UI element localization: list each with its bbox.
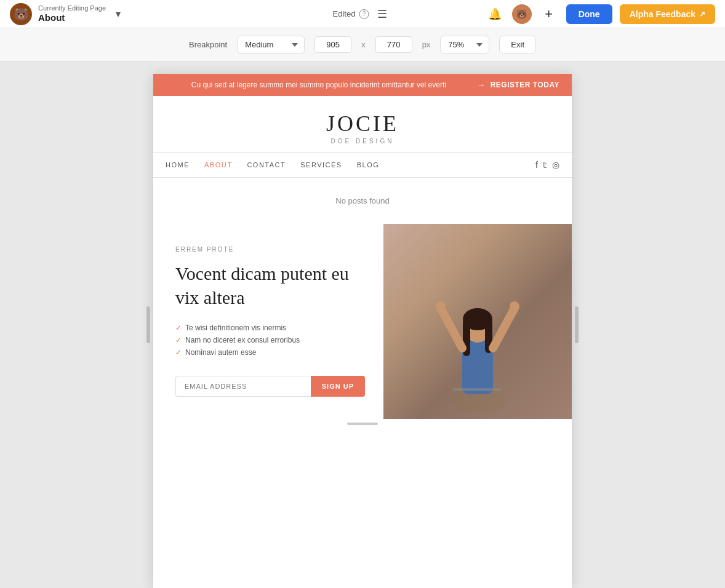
check-icon: ✓ — [175, 324, 182, 332]
nav-link-services[interactable]: SERVICES — [300, 161, 342, 169]
promo-headline: Vocent dicam putent eu vix altera — [175, 261, 365, 309]
x-separator: x — [361, 40, 366, 49]
avatar: 🐻 — [10, 3, 32, 25]
checklist-item-3: Nominavi autem esse — [185, 348, 256, 357]
facebook-icon[interactable]: f — [535, 160, 538, 170]
page-info: Currently Editing Page About — [38, 4, 106, 23]
toolbar: Breakpoint Small Medium Large x px 50% 7… — [0, 28, 725, 62]
promo-image-inner — [383, 224, 572, 419]
info-icon[interactable]: ? — [359, 9, 369, 19]
nav-link-home[interactable]: HOME — [166, 161, 190, 169]
breakpoint-label: Breakpoint — [189, 40, 227, 49]
breakpoint-select[interactable]: Small Medium Large — [237, 36, 305, 54]
alpha-feedback-label: Alpha Feedback — [630, 9, 695, 19]
nav-link-contact[interactable]: CONTACT — [247, 161, 286, 169]
check-icon: ✓ — [175, 336, 182, 344]
exit-button[interactable]: Exit — [499, 36, 536, 54]
twitter-icon[interactable]: 𝕥 — [543, 160, 547, 170]
edited-label: Edited — [333, 9, 356, 18]
site-logo-subtitle: DOE DESIGN — [166, 138, 559, 145]
check-icon: ✓ — [175, 348, 182, 357]
site-nav: HOME ABOUT CONTACT SERVICES BLOG f 𝕥 ◎ — [153, 153, 572, 178]
site-header: JOCIE DOE DESIGN — [153, 96, 572, 153]
top-bar-right: 🔔 🐻 + Done Alpha Feedback ↗ — [485, 4, 715, 24]
website-preview: Cu qui sed at legere summo mei summo pop… — [153, 74, 572, 588]
no-posts-text: No posts found — [335, 196, 389, 205]
promo-image — [383, 224, 572, 419]
checklist-item-1: Te wisi definitionem vis inermis — [185, 324, 286, 332]
list-item: ✓ Nam no diceret ex consul erroribus — [175, 334, 365, 346]
alpha-feedback-button[interactable]: Alpha Feedback ↗ — [620, 4, 715, 24]
nav-link-blog[interactable]: BLOG — [357, 161, 380, 169]
site-logo-name: JOCIE — [166, 111, 559, 137]
canvas-area: Cu qui sed at legere summo mei summo pop… — [0, 62, 725, 588]
svg-rect-10 — [453, 388, 502, 391]
nav-link-about[interactable]: ABOUT — [204, 161, 232, 169]
height-input[interactable] — [375, 36, 412, 53]
top-bar: 🐻 Currently Editing Page About ▾ Edited … — [0, 0, 725, 28]
svg-line-7 — [493, 308, 515, 348]
user-avatar-button[interactable]: 🐻 — [512, 4, 532, 24]
promo-left: ERREM PROTE Vocent dicam putent eu vix a… — [153, 224, 383, 419]
email-input[interactable] — [175, 376, 311, 397]
promo-tag: ERREM PROTE — [175, 246, 365, 253]
top-bar-center: Edited ? ☰ — [333, 4, 393, 24]
promo-checklist: ✓ Te wisi definitionem vis inermis ✓ Nam… — [175, 322, 365, 359]
promo-form: SIGN UP — [175, 376, 365, 397]
promo-section: ERREM PROTE Vocent dicam putent eu vix a… — [153, 224, 572, 419]
list-item: ✓ Nominavi autem esse — [175, 346, 365, 359]
list-icon-button[interactable]: ☰ — [372, 4, 392, 24]
zoom-select[interactable]: 50% 75% 100% 125% — [440, 36, 489, 54]
nav-socials: f 𝕥 ◎ — [535, 160, 559, 170]
chevron-down-icon[interactable]: ▾ — [116, 8, 121, 20]
scroll-bar — [347, 423, 378, 425]
scroll-indicator — [153, 419, 572, 429]
announcement-cta: REGISTER TODAY — [491, 81, 559, 89]
currently-editing-label: Currently Editing Page — [38, 4, 106, 12]
plus-button[interactable]: + — [539, 4, 559, 24]
list-item: ✓ Te wisi definitionem vis inermis — [175, 322, 365, 334]
px-label: px — [422, 40, 431, 49]
nav-links: HOME ABOUT CONTACT SERVICES BLOG — [166, 161, 379, 169]
canvas-resize-handle-right[interactable] — [575, 306, 579, 343]
svg-point-9 — [510, 301, 519, 311]
svg-point-8 — [436, 301, 446, 311]
width-input[interactable] — [314, 36, 351, 53]
checklist-item-2: Nam no diceret ex consul erroribus — [185, 336, 300, 344]
instagram-icon[interactable]: ◎ — [552, 160, 559, 170]
svg-line-6 — [441, 308, 462, 348]
signup-button[interactable]: SIGN UP — [311, 376, 365, 397]
woman-illustration — [428, 240, 527, 419]
done-button[interactable]: Done — [566, 4, 612, 24]
canvas-resize-handle-left[interactable] — [146, 306, 150, 343]
announcement-bar[interactable]: Cu qui sed at legere summo mei summo pop… — [153, 74, 572, 96]
no-posts-message: No posts found — [153, 178, 572, 224]
page-name: About — [38, 12, 106, 23]
announcement-text: Cu qui sed at legere summo mei summo pop… — [166, 81, 472, 89]
external-link-icon: ↗ — [699, 10, 705, 18]
announcement-arrow: → — [477, 80, 486, 90]
top-bar-left: 🐻 Currently Editing Page About ▾ — [10, 3, 121, 25]
notification-button[interactable]: 🔔 — [485, 4, 505, 24]
